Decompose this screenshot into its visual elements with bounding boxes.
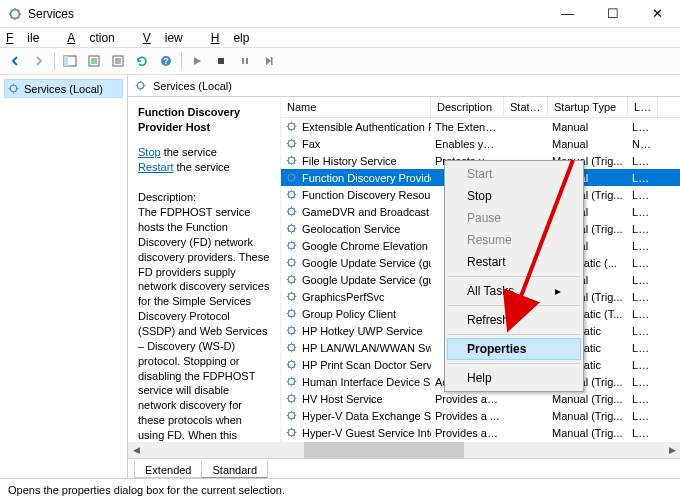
window-title: Services bbox=[28, 7, 545, 21]
svg-point-18 bbox=[288, 140, 295, 147]
context-menu: Start Stop Pause Resume Restart All Task… bbox=[444, 160, 584, 392]
back-button[interactable] bbox=[4, 50, 26, 72]
col-header-name[interactable]: Name bbox=[281, 97, 431, 117]
svg-rect-11 bbox=[218, 58, 224, 64]
detail-description-text: The FDPHOST service hosts the Function D… bbox=[138, 205, 270, 478]
ctx-separator bbox=[448, 334, 580, 335]
ctx-stop[interactable]: Stop bbox=[447, 185, 581, 207]
svg-rect-4 bbox=[91, 58, 97, 64]
svg-point-34 bbox=[288, 412, 295, 419]
start-service-button[interactable] bbox=[186, 50, 208, 72]
col-header-logon[interactable]: Log bbox=[628, 97, 658, 117]
ctx-start: Start bbox=[447, 163, 581, 185]
ctx-separator bbox=[448, 363, 580, 364]
scroll-left-icon[interactable]: ◀ bbox=[128, 442, 144, 458]
col-header-status[interactable]: Status bbox=[504, 97, 548, 117]
svg-point-24 bbox=[288, 242, 295, 249]
grid-header: Name Description Status Startup Type Log bbox=[281, 97, 680, 118]
minimize-button[interactable]: — bbox=[545, 0, 590, 28]
svg-point-28 bbox=[288, 310, 295, 317]
restart-service-button[interactable] bbox=[258, 50, 280, 72]
service-row[interactable]: Hyper-V Guest Service Inter...Provides a… bbox=[281, 424, 680, 441]
svg-rect-14 bbox=[271, 57, 273, 65]
pause-service-button[interactable] bbox=[234, 50, 256, 72]
ctx-properties[interactable]: Properties bbox=[447, 338, 581, 360]
service-row[interactable]: FaxEnables you...ManualNetw bbox=[281, 135, 680, 152]
svg-point-22 bbox=[288, 208, 295, 215]
svg-point-20 bbox=[288, 174, 295, 181]
forward-button[interactable] bbox=[28, 50, 50, 72]
refresh-button[interactable] bbox=[131, 50, 153, 72]
status-bar: Opens the properties dialog box for the … bbox=[0, 478, 680, 500]
svg-rect-12 bbox=[242, 58, 244, 64]
close-button[interactable]: ✕ bbox=[635, 0, 680, 28]
svg-point-32 bbox=[288, 378, 295, 385]
gear-icon bbox=[7, 82, 20, 95]
svg-point-23 bbox=[288, 225, 295, 232]
svg-point-35 bbox=[288, 429, 295, 436]
ctx-pause: Pause bbox=[447, 207, 581, 229]
help-button[interactable]: ? bbox=[155, 50, 177, 72]
tree-item-services-local[interactable]: Services (Local) bbox=[4, 79, 123, 98]
svg-point-30 bbox=[288, 344, 295, 351]
ctx-refresh[interactable]: Refresh bbox=[447, 309, 581, 331]
svg-point-27 bbox=[288, 293, 295, 300]
svg-text:?: ? bbox=[163, 56, 169, 66]
tab-standard[interactable]: Standard bbox=[201, 461, 268, 478]
menu-action[interactable]: Action bbox=[67, 31, 128, 45]
tab-extended[interactable]: Extended bbox=[134, 461, 202, 478]
status-bar-text: Opens the properties dialog box for the … bbox=[8, 484, 285, 496]
link-stop-service[interactable]: Stop bbox=[138, 146, 161, 158]
service-row[interactable]: Extensible Authentication P...The Extens… bbox=[281, 118, 680, 135]
svg-point-16 bbox=[137, 82, 144, 89]
ctx-help[interactable]: Help bbox=[447, 367, 581, 389]
svg-point-33 bbox=[288, 395, 295, 402]
detail-pane: Function Discovery Provider Host Stop th… bbox=[128, 97, 280, 478]
horizontal-scrollbar[interactable]: ◀ ▶ bbox=[128, 442, 680, 458]
maximize-button[interactable]: ☐ bbox=[590, 0, 635, 28]
properties-button[interactable] bbox=[107, 50, 129, 72]
ctx-restart[interactable]: Restart bbox=[447, 251, 581, 273]
ctx-resume: Resume bbox=[447, 229, 581, 251]
svg-point-25 bbox=[288, 259, 295, 266]
stop-service-button[interactable] bbox=[210, 50, 232, 72]
svg-rect-2 bbox=[64, 56, 68, 66]
ctx-all-tasks[interactable]: All Tasks▸ bbox=[447, 280, 581, 302]
gear-icon bbox=[134, 79, 147, 92]
svg-point-31 bbox=[288, 361, 295, 368]
svg-point-19 bbox=[288, 157, 295, 164]
title-bar: Services — ☐ ✕ bbox=[0, 0, 680, 28]
tree-pane: Services (Local) bbox=[0, 75, 128, 478]
menu-bar: File Action View Help bbox=[0, 28, 680, 47]
ctx-separator bbox=[448, 305, 580, 306]
show-hide-tree-button[interactable] bbox=[59, 50, 81, 72]
content-header-title: Services (Local) bbox=[153, 80, 232, 92]
menu-view[interactable]: View bbox=[143, 31, 197, 45]
col-header-startup[interactable]: Startup Type bbox=[548, 97, 628, 117]
menu-help[interactable]: Help bbox=[211, 31, 264, 45]
link-restart-service[interactable]: Restart bbox=[138, 161, 173, 173]
service-row[interactable]: HV Host ServiceProvides an ...Manual (Tr… bbox=[281, 390, 680, 407]
svg-point-15 bbox=[10, 85, 17, 92]
service-row[interactable]: Hyper-V Data Exchange Ser...Provides a .… bbox=[281, 407, 680, 424]
menu-file[interactable]: File bbox=[6, 31, 53, 45]
scroll-right-icon[interactable]: ▶ bbox=[664, 442, 680, 458]
toolbar: ? bbox=[0, 47, 680, 75]
svg-point-17 bbox=[288, 123, 295, 130]
detail-service-name: Function Discovery Provider Host bbox=[138, 105, 270, 135]
col-header-description[interactable]: Description bbox=[431, 97, 504, 117]
svg-point-29 bbox=[288, 327, 295, 334]
svg-point-26 bbox=[288, 276, 295, 283]
services-app-icon bbox=[8, 7, 22, 21]
content-pane: Services (Local) Function Discovery Prov… bbox=[128, 75, 680, 478]
svg-rect-13 bbox=[246, 58, 248, 64]
export-button[interactable] bbox=[83, 50, 105, 72]
svg-point-21 bbox=[288, 191, 295, 198]
view-tabs: Extended Standard bbox=[128, 458, 680, 478]
detail-description-label: Description: bbox=[138, 190, 270, 205]
scrollbar-thumb[interactable] bbox=[304, 442, 464, 458]
ctx-separator bbox=[448, 276, 580, 277]
